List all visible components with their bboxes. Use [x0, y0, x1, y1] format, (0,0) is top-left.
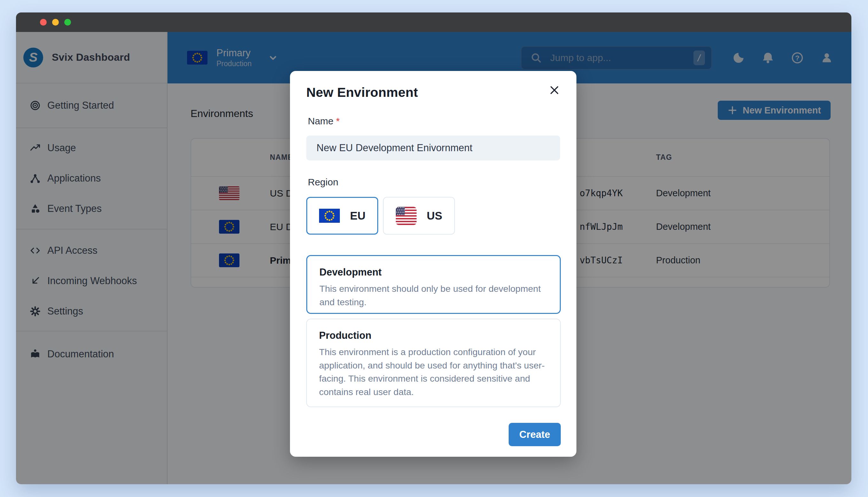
env-type-option-development[interactable]: Development This environment should only…	[306, 255, 561, 314]
env-type-description: This environment should only be used for…	[319, 282, 547, 309]
required-asterisk: *	[336, 116, 340, 126]
new-environment-modal: New Environment Name* Region EU US Devel…	[290, 71, 577, 457]
us-flag-icon	[396, 207, 416, 225]
eu-flag-icon	[319, 209, 340, 223]
zoom-window-button[interactable]	[64, 19, 71, 26]
minimize-window-button[interactable]	[52, 19, 59, 26]
environment-name-input[interactable]	[306, 136, 560, 160]
region-code-label: US	[427, 209, 442, 222]
window-titlebar	[16, 13, 851, 32]
region-option-eu[interactable]: EU	[306, 197, 378, 235]
env-type-description: This environment is a production configu…	[319, 345, 548, 399]
close-icon	[549, 84, 560, 96]
modal-close-button[interactable]	[546, 82, 563, 99]
modal-title: New Environment	[306, 85, 418, 100]
env-type-title: Development	[319, 267, 547, 278]
region-code-label: EU	[350, 209, 366, 222]
region-options: EU US	[306, 197, 455, 235]
region-option-us[interactable]: US	[383, 197, 455, 235]
desktop-background: S Svix Dashboard Getting Started Usage	[0, 0, 868, 497]
modal-header: New Environment	[306, 81, 560, 100]
create-button[interactable]: Create	[509, 423, 561, 446]
env-type-title: Production	[319, 330, 548, 341]
name-field-label: Name*	[308, 116, 340, 127]
close-window-button[interactable]	[40, 19, 47, 26]
region-field-label: Region	[308, 177, 338, 188]
env-type-option-production[interactable]: Production This environment is a product…	[306, 319, 561, 407]
